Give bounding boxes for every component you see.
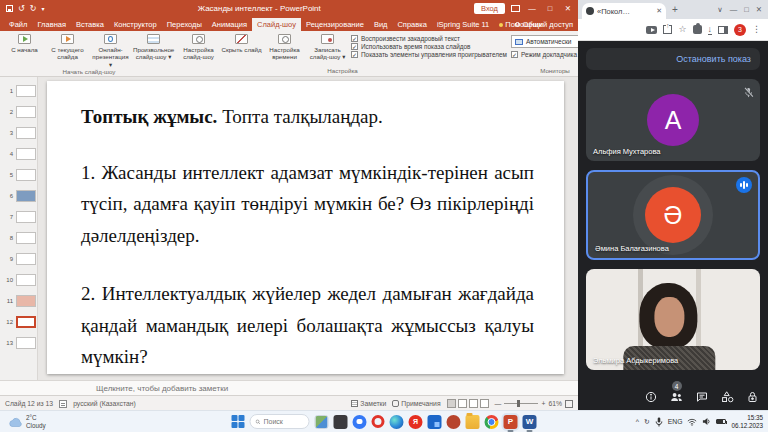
checkbox-icon[interactable]: ✓ bbox=[351, 51, 358, 58]
ribbon-checkbox[interactable]: ✓ Воспроизвести закадровый текст bbox=[351, 35, 507, 42]
slide-thumbnail-preview[interactable] bbox=[16, 211, 36, 223]
downloads-icon[interactable]: ↓ bbox=[708, 25, 713, 35]
taskbar-app-icon[interactable] bbox=[466, 415, 480, 429]
notes-pane[interactable]: Щелкните, чтобы добавить заметки bbox=[0, 380, 578, 395]
undo-icon[interactable]: ↺ bbox=[18, 5, 25, 13]
close-button[interactable]: ✕ bbox=[562, 4, 574, 13]
save-icon[interactable] bbox=[6, 5, 13, 12]
slide-thumbnail-preview[interactable] bbox=[16, 106, 36, 118]
ribbon-button[interactable]: Произвольное слайд-шоу ▾ bbox=[133, 33, 174, 61]
ribbon-button[interactable]: Записать слайд-шоу ▾ bbox=[307, 33, 348, 61]
tab-search-icon[interactable]: ∨ bbox=[717, 5, 723, 14]
slide-thumbnail-preview[interactable] bbox=[16, 316, 36, 328]
activities-icon[interactable] bbox=[721, 391, 734, 403]
share-page-icon[interactable] bbox=[663, 25, 672, 34]
taskbar-app-icon[interactable] bbox=[447, 415, 461, 429]
ribbon-tab[interactable]: Вставка bbox=[71, 18, 109, 31]
checkbox-icon[interactable]: ✓ bbox=[351, 43, 358, 50]
ribbon-tab[interactable]: Справка bbox=[392, 18, 431, 31]
ribbon-checkbox[interactable]: ✓ Использовать время показа слайдов bbox=[351, 43, 507, 50]
zoom-slider[interactable] bbox=[504, 403, 538, 404]
slide-thumbnail-preview[interactable] bbox=[16, 295, 36, 307]
notes-toggle-button[interactable]: Заметки bbox=[351, 400, 386, 407]
zoom-out-button[interactable]: — bbox=[495, 400, 502, 407]
taskbar-app-icon[interactable] bbox=[390, 415, 404, 429]
taskbar-app-icon[interactable]: Я bbox=[409, 415, 423, 429]
ribbon-tab[interactable]: Слайд-шоу bbox=[252, 18, 301, 31]
participant-tile[interactable]: Ә Әмина Балағазинова bbox=[586, 170, 760, 260]
new-tab-button[interactable]: + bbox=[666, 4, 684, 15]
participants-icon[interactable]: 4 bbox=[670, 391, 683, 403]
browser-menu-icon[interactable]: ⋮ bbox=[752, 25, 761, 34]
slide-thumbnail[interactable]: 8 bbox=[0, 227, 37, 248]
battery-icon[interactable] bbox=[716, 419, 726, 424]
chat-icon[interactable] bbox=[696, 391, 708, 403]
side-panel-icon[interactable] bbox=[718, 26, 728, 34]
minimize-button[interactable]: — bbox=[526, 4, 538, 13]
ribbon-tab[interactable]: Конструктор bbox=[109, 18, 162, 31]
comments-toggle-button[interactable]: Примечания bbox=[392, 400, 440, 407]
maximize-button[interactable]: □ bbox=[544, 4, 556, 13]
tray-expand-icon[interactable]: ^ bbox=[636, 418, 639, 425]
redo-icon[interactable]: ↻ bbox=[30, 5, 37, 13]
minimize-button[interactable]: — bbox=[730, 5, 738, 14]
spellcheck-icon[interactable] bbox=[59, 400, 67, 408]
ribbon-tab[interactable]: Анимация bbox=[207, 18, 252, 31]
slide-thumbnail-preview[interactable] bbox=[16, 148, 36, 160]
slide-thumbnail-preview[interactable] bbox=[16, 127, 36, 139]
checkbox-icon[interactable]: ✓ bbox=[351, 35, 358, 42]
tab-close-icon[interactable]: ✕ bbox=[656, 7, 662, 15]
slide-thumbnail[interactable]: 5 bbox=[0, 164, 37, 185]
ribbon-button[interactable]: С начала bbox=[4, 33, 45, 53]
slide-thumbnail[interactable]: 2 bbox=[0, 101, 37, 122]
slide-thumbnail[interactable]: 3 bbox=[0, 122, 37, 143]
language-indicator[interactable]: русский (Казахстан) bbox=[73, 400, 136, 407]
ribbon-tab[interactable]: Вид bbox=[369, 18, 393, 31]
taskbar-app-icon[interactable] bbox=[353, 415, 367, 429]
taskbar-search[interactable] bbox=[250, 414, 310, 429]
browser-tab[interactable]: «Покол… ✕ bbox=[582, 3, 666, 19]
ribbon-button[interactable]: Онлайн-презентация ▾ bbox=[90, 33, 131, 68]
ribbon-checkbox[interactable]: ✓ Показать элементы управления проигрыва… bbox=[351, 51, 507, 58]
slide-thumbnail[interactable]: 1 bbox=[0, 80, 37, 101]
host-controls-lock-icon[interactable] bbox=[747, 391, 758, 403]
slide-thumbnail[interactable]: 12 bbox=[0, 311, 37, 332]
search-input[interactable] bbox=[264, 418, 304, 425]
slide-thumbnail-panel[interactable]: 1 2 3 4 5 6 bbox=[0, 77, 38, 380]
normal-view-button[interactable] bbox=[447, 399, 456, 408]
fit-to-window-icon[interactable] bbox=[565, 400, 573, 408]
language-indicator[interactable]: ENG bbox=[668, 418, 683, 425]
slide-sorter-view-button[interactable] bbox=[458, 399, 467, 408]
slide-thumbnail-preview[interactable] bbox=[16, 85, 36, 97]
zoom-level[interactable]: 61% bbox=[548, 400, 562, 407]
taskbar-app-icon[interactable] bbox=[315, 415, 329, 429]
slide-thumbnail-preview[interactable] bbox=[16, 274, 36, 286]
maximize-button[interactable]: □ bbox=[744, 5, 749, 14]
stop-presenting-button[interactable]: Остановить показ bbox=[586, 48, 760, 70]
reading-view-button[interactable] bbox=[469, 399, 478, 408]
taskbar-app-icon[interactable] bbox=[372, 415, 385, 428]
slide-thumbnail-preview[interactable] bbox=[16, 169, 36, 181]
ribbon-tab[interactable]: iSpring Suite 11 bbox=[432, 18, 494, 31]
tray-mic-icon[interactable] bbox=[655, 417, 663, 427]
taskbar-app-icon[interactable] bbox=[334, 415, 348, 429]
slide-thumbnail[interactable]: 7 bbox=[0, 206, 37, 227]
extensions-icon[interactable] bbox=[693, 25, 702, 34]
taskbar-app-icon[interactable]: W bbox=[523, 415, 537, 429]
ribbon-button[interactable]: Настройка времени bbox=[264, 33, 305, 61]
bookmark-star-icon[interactable]: ☆ bbox=[678, 25, 686, 34]
slide-thumbnail-preview[interactable] bbox=[16, 232, 36, 244]
zoom-in-button[interactable]: + bbox=[541, 400, 545, 407]
ribbon-tab[interactable]: Переходы bbox=[162, 18, 207, 31]
ribbon-button[interactable]: Настройка слайд-шоу bbox=[178, 33, 219, 61]
slide-thumbnail[interactable]: 4 bbox=[0, 143, 37, 164]
signin-button[interactable]: Вход bbox=[474, 3, 505, 14]
taskbar-app-icon[interactable]: P bbox=[504, 415, 518, 429]
slide-thumbnail[interactable]: 10 bbox=[0, 269, 37, 290]
checkbox-icon[interactable]: ✓ bbox=[511, 51, 518, 58]
slide-thumbnail-preview[interactable] bbox=[16, 190, 36, 202]
share-button[interactable]: Общий доступ bbox=[515, 20, 573, 29]
slideshow-view-button[interactable] bbox=[480, 399, 489, 408]
ribbon-tab[interactable]: Файл bbox=[4, 18, 32, 31]
slide-thumbnail[interactable]: 13 bbox=[0, 332, 37, 353]
